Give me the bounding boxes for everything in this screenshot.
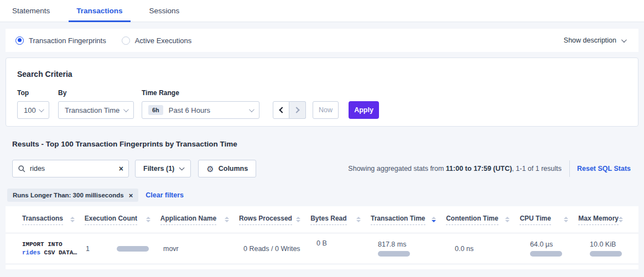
column-header-cpu-time[interactable]: CPU Time [520,215,578,225]
sort-icon[interactable] [296,217,300,223]
column-header-transactions[interactable]: Transactions [22,215,85,225]
chevron-down-icon [621,37,627,43]
cell-execution-count: 1 [86,245,163,253]
cell-transaction-time: 817.8 ms [378,241,455,257]
search-icon [18,165,25,173]
cell-application-name: movr [163,245,243,253]
cell-max-memory: 10.0 KiB [590,241,633,257]
view-toggle-bar: Transaction Fingerprints Active Executio… [6,29,638,52]
filter-chip-runs-longer-than: Runs Longer Than: 300 milliseconds × [7,189,138,202]
time-range-select[interactable]: 6h Past 6 Hours [142,101,259,119]
gear-icon: ⚙ [206,165,214,173]
time-nav-group [273,101,306,119]
top-select[interactable]: 100 [17,101,49,119]
radio-active-executions[interactable]: Active Executions [122,36,192,45]
tab-bar: Statements Transactions Sessions [0,0,644,22]
search-criteria-title: Search Criteria [17,70,627,79]
stats-time-range: 11:00 to 17:59 (UTC) [446,165,512,173]
sort-icon[interactable] [70,217,75,223]
column-header-max-memory[interactable]: Max Memory [578,215,633,225]
reset-sql-stats-link[interactable]: Reset SQL Stats [577,165,631,173]
now-button[interactable]: Now [313,101,339,119]
show-description-label: Show description [564,36,616,44]
search-box: × [12,160,129,177]
tab-sessions[interactable]: Sessions [142,0,188,22]
search-criteria-card: Search Criteria Top 100 By Transaction T… [6,58,638,127]
cpu-time-bar [530,251,562,257]
sort-icon[interactable] [146,217,150,223]
chevron-right-icon [293,107,299,113]
max-memory-bar [590,251,622,257]
chevron-down-icon [179,165,185,170]
results-title: Results - Top 100 Transaction Fingerprin… [12,140,644,148]
time-prev-button[interactable] [273,101,289,119]
cell-contention-time: 0.0 ns [455,245,530,253]
column-header-execution-count[interactable]: Execution Count [85,215,160,225]
clear-filters-link[interactable]: Clear filters [146,191,184,199]
column-header-rows-processed[interactable]: Rows Processed [239,215,310,225]
top-label: Top [17,89,58,97]
active-filters-row: Runs Longer Than: 300 milliseconds × Cle… [7,189,644,202]
columns-label: Columns [219,165,248,173]
filter-chip-label: Runs Longer Than: 300 milliseconds [13,192,124,198]
time-next-button[interactable] [289,101,306,119]
filters-label: Filters (1) [143,165,174,173]
cell-bytes-read: 0 B [316,239,378,247]
radio-unselected-icon [122,36,130,45]
column-header-transaction-time[interactable]: Transaction Time [371,215,446,225]
transaction-time-bar [378,251,410,257]
filters-button[interactable]: Filters (1) [135,160,191,177]
table-header-row: Transactions Execution Count Application… [6,206,638,233]
tab-transactions[interactable]: Transactions [69,0,130,22]
search-input[interactable] [30,165,119,173]
vertical-divider [569,160,570,177]
table-row: IMPORT INTO rides CSV DATA… 1 movr 0 Rea… [6,233,638,264]
sort-icon[interactable] [564,217,568,223]
top-select-value: 100 [24,106,36,114]
by-label: By [58,89,142,97]
sort-icon[interactable] [225,217,229,223]
cell-cpu-time: 64.0 µs [530,241,590,257]
sort-icon[interactable] [356,217,361,223]
column-header-application-name[interactable]: Application Name [160,215,239,225]
time-range-badge: 6h [148,105,163,115]
time-range-label: Time Range [142,89,273,97]
transactions-page: Statements Transactions Sessions Transac… [0,0,644,269]
sort-icon[interactable] [619,217,623,223]
chevron-down-icon [123,107,129,112]
columns-button[interactable]: ⚙ Columns [198,160,256,177]
results-toolbar: × Filters (1) ⚙ Columns Showing aggregat… [12,159,631,178]
aggregated-stats-text: Showing aggregated stats from 11:00 to 1… [348,165,562,173]
radio-selected-icon [15,36,24,45]
sort-icon-active-desc[interactable] [432,217,436,223]
chevron-left-icon [279,107,285,113]
radio-label: Active Executions [135,36,192,45]
clear-search-icon[interactable]: × [119,165,123,173]
remove-filter-icon[interactable]: × [129,192,133,199]
by-select-value: Transaction Time [65,106,120,114]
cell-transaction-fingerprint[interactable]: IMPORT INTO rides CSV DATA… [22,241,86,257]
time-range-value: Past 6 Hours [169,106,210,114]
cell-rows-processed: 0 Reads / 0 Writes [243,245,316,253]
results-table: Transactions Execution Count Application… [6,206,638,269]
chevron-down-icon [249,107,255,112]
show-description-toggle[interactable]: Show description [564,36,625,44]
apply-button[interactable]: Apply [349,101,379,119]
tab-statements[interactable]: Statements [4,0,58,22]
sort-icon[interactable] [505,217,510,223]
by-select[interactable]: Transaction Time [58,101,134,119]
column-header-bytes-read[interactable]: Bytes Read [310,215,371,225]
column-header-contention-time[interactable]: Contention Time [446,215,520,225]
table-link-rides[interactable]: rides [22,249,40,256]
execution-count-bar [117,246,149,252]
chevron-down-icon [39,107,44,112]
radio-label: Transaction Fingerprints [29,36,106,45]
radio-transaction-fingerprints[interactable]: Transaction Fingerprints [15,36,106,45]
